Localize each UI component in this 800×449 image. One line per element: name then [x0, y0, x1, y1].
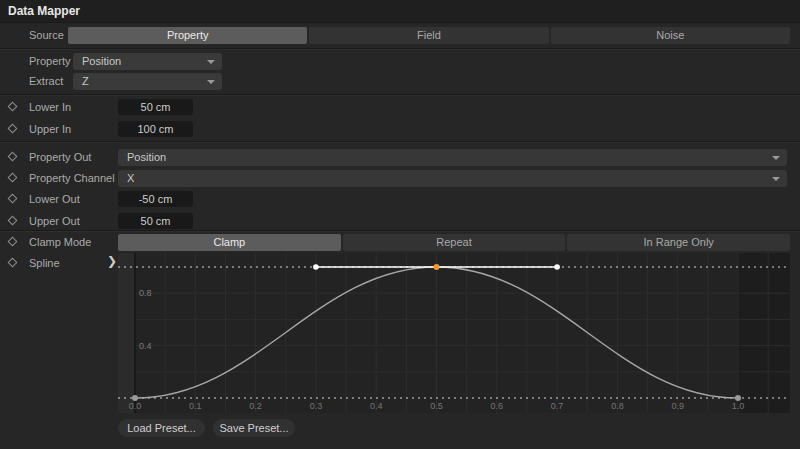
chevron-down-icon: [772, 156, 780, 160]
x-axis-tick-label: 1.0: [732, 401, 745, 411]
upper-in-field[interactable]: 100 cm: [118, 121, 193, 137]
property-out-dropdown-value: Position: [127, 151, 166, 163]
load-preset-button[interactable]: Load Preset...: [118, 419, 205, 437]
separator: [0, 230, 800, 231]
x-axis-tick-label: 0.7: [551, 401, 564, 411]
y-axis-tick-label: 0.4: [139, 341, 152, 351]
spline-point-selected[interactable]: [434, 264, 440, 270]
spline-handle-knob[interactable]: [554, 264, 560, 270]
separator: [0, 48, 800, 49]
x-axis-tick-label: 0.2: [249, 401, 262, 411]
property-dropdown[interactable]: Position: [73, 53, 222, 70]
keyframe-diamond-icon[interactable]: [8, 173, 18, 183]
extract-label: Extract: [29, 75, 63, 87]
property-out-label: Property Out: [29, 151, 91, 163]
lower-out-field[interactable]: -50 cm: [118, 191, 193, 207]
spline-editor[interactable]: 0.80.40.00.10.20.30.40.50.60.70.80.91.0: [118, 253, 790, 413]
clamp-option-clamp[interactable]: Clamp: [118, 234, 341, 251]
panel-titlebar: Data Mapper: [0, 0, 800, 23]
keyframe-diamond-icon[interactable]: [8, 152, 18, 162]
spline-out-of-range-area: [738, 253, 790, 413]
separator: [0, 141, 800, 142]
clamp-option-in-range-only[interactable]: In Range Only: [567, 234, 790, 251]
keyframe-diamond-icon[interactable]: [8, 258, 18, 268]
x-axis-tick-label: 0.1: [189, 401, 202, 411]
separator: [0, 94, 800, 95]
chevron-down-icon: [207, 80, 215, 84]
spline-label: Spline: [29, 257, 60, 269]
data-mapper-panel: Data Mapper Source PropertyFieldNoise Pr…: [0, 0, 800, 449]
chevron-down-icon: [772, 177, 780, 181]
keyframe-diamond-icon[interactable]: [8, 124, 18, 134]
clamp-option-repeat[interactable]: Repeat: [343, 234, 566, 251]
property-channel-dropdown-value: X: [127, 172, 134, 184]
keyframe-diamond-icon[interactable]: [8, 237, 18, 247]
x-axis-tick-label: 0.0: [129, 401, 142, 411]
clamp-mode-label: Clamp Mode: [29, 236, 91, 248]
save-preset-button[interactable]: Save Preset...: [213, 419, 295, 437]
spline-handle-knob[interactable]: [313, 264, 319, 270]
property-channel-label: Property Channel: [29, 172, 115, 184]
extract-dropdown[interactable]: Z: [73, 73, 222, 90]
lower-in-field[interactable]: 50 cm: [118, 99, 193, 115]
source-tab-group: PropertyFieldNoise: [68, 27, 790, 44]
source-tab-noise[interactable]: Noise: [551, 27, 790, 44]
y-axis-tick-label: 0.8: [139, 288, 152, 298]
x-axis-tick-label: 0.6: [491, 401, 504, 411]
property-dropdown-value: Position: [82, 55, 121, 67]
property-out-dropdown[interactable]: Position: [118, 149, 787, 166]
x-axis-tick-label: 0.5: [430, 401, 443, 411]
source-tab-field[interactable]: Field: [309, 27, 548, 44]
spline-left-margin: [118, 253, 135, 413]
x-axis-tick-label: 0.8: [611, 401, 624, 411]
panel-title: Data Mapper: [8, 4, 80, 18]
x-axis-tick-label: 0.9: [671, 401, 684, 411]
extract-dropdown-value: Z: [82, 75, 89, 87]
x-axis-tick-label: 0.3: [310, 401, 323, 411]
lower-in-label: Lower In: [29, 101, 71, 113]
expand-chevron-icon[interactable]: ❯: [107, 254, 117, 268]
keyframe-diamond-icon[interactable]: [8, 216, 18, 226]
upper-out-label: Upper Out: [29, 215, 80, 227]
source-label: Source: [29, 29, 64, 41]
clamp-mode-group: ClampRepeatIn Range Only: [118, 234, 790, 251]
property-channel-dropdown[interactable]: X: [118, 170, 787, 187]
property-label: Property: [29, 55, 71, 67]
source-tab-property[interactable]: Property: [68, 27, 307, 44]
upper-in-label: Upper In: [29, 123, 71, 135]
upper-out-field[interactable]: 50 cm: [118, 213, 193, 229]
keyframe-diamond-icon[interactable]: [8, 194, 18, 204]
spline-canvas[interactable]: 0.80.40.00.10.20.30.40.50.60.70.80.91.0: [118, 253, 790, 413]
chevron-down-icon: [207, 60, 215, 64]
lower-out-label: Lower Out: [29, 193, 80, 205]
x-axis-tick-label: 0.4: [370, 401, 383, 411]
keyframe-diamond-icon[interactable]: [8, 102, 18, 112]
